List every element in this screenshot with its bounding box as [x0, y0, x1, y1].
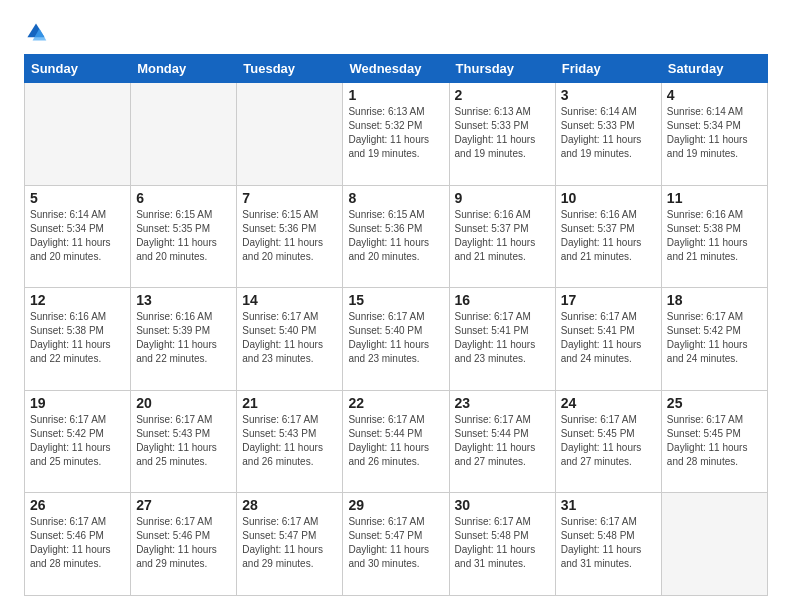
calendar-cell: 7Sunrise: 6:15 AM Sunset: 5:36 PM Daylig…: [237, 185, 343, 288]
calendar-cell: 3Sunrise: 6:14 AM Sunset: 5:33 PM Daylig…: [555, 83, 661, 186]
day-info: Sunrise: 6:14 AM Sunset: 5:33 PM Dayligh…: [561, 105, 656, 161]
calendar-cell: 20Sunrise: 6:17 AM Sunset: 5:43 PM Dayli…: [131, 390, 237, 493]
day-number: 7: [242, 190, 337, 206]
day-info: Sunrise: 6:15 AM Sunset: 5:36 PM Dayligh…: [348, 208, 443, 264]
calendar-cell: 29Sunrise: 6:17 AM Sunset: 5:47 PM Dayli…: [343, 493, 449, 596]
calendar-cell: 10Sunrise: 6:16 AM Sunset: 5:37 PM Dayli…: [555, 185, 661, 288]
day-number: 4: [667, 87, 762, 103]
weekday-header-wednesday: Wednesday: [343, 55, 449, 83]
day-info: Sunrise: 6:17 AM Sunset: 5:47 PM Dayligh…: [348, 515, 443, 571]
day-info: Sunrise: 6:17 AM Sunset: 5:44 PM Dayligh…: [455, 413, 550, 469]
day-info: Sunrise: 6:14 AM Sunset: 5:34 PM Dayligh…: [30, 208, 125, 264]
day-number: 16: [455, 292, 550, 308]
calendar-cell: 27Sunrise: 6:17 AM Sunset: 5:46 PM Dayli…: [131, 493, 237, 596]
calendar-cell: 4Sunrise: 6:14 AM Sunset: 5:34 PM Daylig…: [661, 83, 767, 186]
day-number: 15: [348, 292, 443, 308]
day-number: 27: [136, 497, 231, 513]
weekday-header-thursday: Thursday: [449, 55, 555, 83]
calendar-cell: 22Sunrise: 6:17 AM Sunset: 5:44 PM Dayli…: [343, 390, 449, 493]
calendar-cell: [131, 83, 237, 186]
calendar-cell: 6Sunrise: 6:15 AM Sunset: 5:35 PM Daylig…: [131, 185, 237, 288]
day-info: Sunrise: 6:17 AM Sunset: 5:46 PM Dayligh…: [30, 515, 125, 571]
calendar-cell: 5Sunrise: 6:14 AM Sunset: 5:34 PM Daylig…: [25, 185, 131, 288]
calendar-cell: 16Sunrise: 6:17 AM Sunset: 5:41 PM Dayli…: [449, 288, 555, 391]
day-number: 31: [561, 497, 656, 513]
calendar-cell: 21Sunrise: 6:17 AM Sunset: 5:43 PM Dayli…: [237, 390, 343, 493]
weekday-header-row: SundayMondayTuesdayWednesdayThursdayFrid…: [25, 55, 768, 83]
calendar-cell: 24Sunrise: 6:17 AM Sunset: 5:45 PM Dayli…: [555, 390, 661, 493]
day-info: Sunrise: 6:17 AM Sunset: 5:48 PM Dayligh…: [561, 515, 656, 571]
calendar-cell: 11Sunrise: 6:16 AM Sunset: 5:38 PM Dayli…: [661, 185, 767, 288]
day-number: 1: [348, 87, 443, 103]
day-info: Sunrise: 6:17 AM Sunset: 5:48 PM Dayligh…: [455, 515, 550, 571]
calendar-cell: 30Sunrise: 6:17 AM Sunset: 5:48 PM Dayli…: [449, 493, 555, 596]
weekday-header-tuesday: Tuesday: [237, 55, 343, 83]
calendar-cell: 12Sunrise: 6:16 AM Sunset: 5:38 PM Dayli…: [25, 288, 131, 391]
day-number: 11: [667, 190, 762, 206]
day-number: 3: [561, 87, 656, 103]
day-number: 22: [348, 395, 443, 411]
calendar-cell: [25, 83, 131, 186]
week-row-0: 1Sunrise: 6:13 AM Sunset: 5:32 PM Daylig…: [25, 83, 768, 186]
day-number: 6: [136, 190, 231, 206]
day-number: 19: [30, 395, 125, 411]
calendar-cell: 23Sunrise: 6:17 AM Sunset: 5:44 PM Dayli…: [449, 390, 555, 493]
calendar-cell: 2Sunrise: 6:13 AM Sunset: 5:33 PM Daylig…: [449, 83, 555, 186]
day-info: Sunrise: 6:17 AM Sunset: 5:44 PM Dayligh…: [348, 413, 443, 469]
logo: [24, 20, 52, 44]
week-row-1: 5Sunrise: 6:14 AM Sunset: 5:34 PM Daylig…: [25, 185, 768, 288]
day-info: Sunrise: 6:15 AM Sunset: 5:36 PM Dayligh…: [242, 208, 337, 264]
day-number: 8: [348, 190, 443, 206]
day-number: 9: [455, 190, 550, 206]
day-number: 30: [455, 497, 550, 513]
day-info: Sunrise: 6:16 AM Sunset: 5:37 PM Dayligh…: [455, 208, 550, 264]
calendar-cell: [237, 83, 343, 186]
day-info: Sunrise: 6:17 AM Sunset: 5:45 PM Dayligh…: [667, 413, 762, 469]
calendar-cell: 26Sunrise: 6:17 AM Sunset: 5:46 PM Dayli…: [25, 493, 131, 596]
day-info: Sunrise: 6:17 AM Sunset: 5:46 PM Dayligh…: [136, 515, 231, 571]
calendar-cell: 1Sunrise: 6:13 AM Sunset: 5:32 PM Daylig…: [343, 83, 449, 186]
day-info: Sunrise: 6:17 AM Sunset: 5:43 PM Dayligh…: [136, 413, 231, 469]
calendar-table: SundayMondayTuesdayWednesdayThursdayFrid…: [24, 54, 768, 596]
day-info: Sunrise: 6:17 AM Sunset: 5:45 PM Dayligh…: [561, 413, 656, 469]
calendar-cell: 17Sunrise: 6:17 AM Sunset: 5:41 PM Dayli…: [555, 288, 661, 391]
calendar-cell: 25Sunrise: 6:17 AM Sunset: 5:45 PM Dayli…: [661, 390, 767, 493]
day-number: 5: [30, 190, 125, 206]
day-number: 26: [30, 497, 125, 513]
day-info: Sunrise: 6:16 AM Sunset: 5:39 PM Dayligh…: [136, 310, 231, 366]
day-number: 25: [667, 395, 762, 411]
calendar-cell: 13Sunrise: 6:16 AM Sunset: 5:39 PM Dayli…: [131, 288, 237, 391]
week-row-3: 19Sunrise: 6:17 AM Sunset: 5:42 PM Dayli…: [25, 390, 768, 493]
day-number: 2: [455, 87, 550, 103]
day-info: Sunrise: 6:17 AM Sunset: 5:43 PM Dayligh…: [242, 413, 337, 469]
day-info: Sunrise: 6:17 AM Sunset: 5:41 PM Dayligh…: [455, 310, 550, 366]
day-number: 10: [561, 190, 656, 206]
day-number: 24: [561, 395, 656, 411]
calendar-cell: 28Sunrise: 6:17 AM Sunset: 5:47 PM Dayli…: [237, 493, 343, 596]
calendar-cell: [661, 493, 767, 596]
day-info: Sunrise: 6:17 AM Sunset: 5:40 PM Dayligh…: [348, 310, 443, 366]
day-info: Sunrise: 6:13 AM Sunset: 5:32 PM Dayligh…: [348, 105, 443, 161]
calendar-cell: 31Sunrise: 6:17 AM Sunset: 5:48 PM Dayli…: [555, 493, 661, 596]
day-info: Sunrise: 6:15 AM Sunset: 5:35 PM Dayligh…: [136, 208, 231, 264]
week-row-2: 12Sunrise: 6:16 AM Sunset: 5:38 PM Dayli…: [25, 288, 768, 391]
logo-icon: [24, 20, 48, 44]
day-number: 17: [561, 292, 656, 308]
day-number: 18: [667, 292, 762, 308]
day-info: Sunrise: 6:16 AM Sunset: 5:38 PM Dayligh…: [667, 208, 762, 264]
weekday-header-sunday: Sunday: [25, 55, 131, 83]
day-info: Sunrise: 6:16 AM Sunset: 5:37 PM Dayligh…: [561, 208, 656, 264]
page: SundayMondayTuesdayWednesdayThursdayFrid…: [0, 0, 792, 612]
day-info: Sunrise: 6:16 AM Sunset: 5:38 PM Dayligh…: [30, 310, 125, 366]
day-number: 20: [136, 395, 231, 411]
calendar-cell: 18Sunrise: 6:17 AM Sunset: 5:42 PM Dayli…: [661, 288, 767, 391]
calendar-cell: 15Sunrise: 6:17 AM Sunset: 5:40 PM Dayli…: [343, 288, 449, 391]
day-number: 29: [348, 497, 443, 513]
day-number: 14: [242, 292, 337, 308]
week-row-4: 26Sunrise: 6:17 AM Sunset: 5:46 PM Dayli…: [25, 493, 768, 596]
day-info: Sunrise: 6:17 AM Sunset: 5:42 PM Dayligh…: [30, 413, 125, 469]
calendar-cell: 14Sunrise: 6:17 AM Sunset: 5:40 PM Dayli…: [237, 288, 343, 391]
weekday-header-saturday: Saturday: [661, 55, 767, 83]
day-number: 21: [242, 395, 337, 411]
day-info: Sunrise: 6:14 AM Sunset: 5:34 PM Dayligh…: [667, 105, 762, 161]
